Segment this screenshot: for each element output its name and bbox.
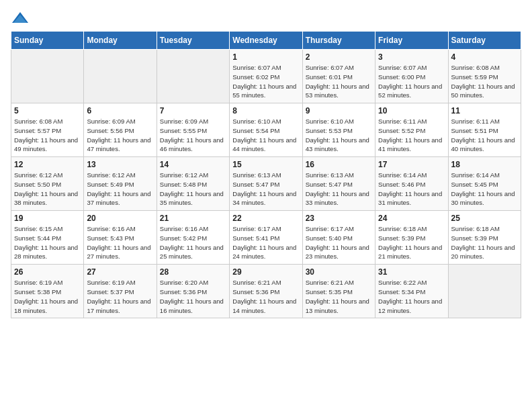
day-number: 22 (232, 214, 299, 223)
calendar-cell: 8Sunrise: 6:10 AMSunset: 5:54 PMDaylight… (230, 103, 302, 157)
calendar-cell: 11Sunrise: 6:11 AMSunset: 5:51 PMDayligh… (448, 103, 521, 157)
day-info: Sunrise: 6:21 AMSunset: 5:36 PMDaylight:… (232, 278, 299, 315)
day-number: 4 (451, 52, 518, 62)
day-info: Sunrise: 6:07 AMSunset: 6:02 PMDaylight:… (232, 63, 299, 100)
day-number: 5 (14, 106, 81, 116)
day-number: 26 (14, 267, 81, 277)
calendar-cell: 14Sunrise: 6:12 AMSunset: 5:48 PMDayligh… (157, 157, 229, 211)
calendar-cell: 16Sunrise: 6:13 AMSunset: 5:47 PMDayligh… (302, 157, 375, 211)
day-number: 27 (87, 267, 153, 277)
day-number: 6 (87, 106, 153, 116)
day-info: Sunrise: 6:15 AMSunset: 5:44 PMDaylight:… (14, 224, 81, 261)
day-number: 25 (451, 214, 518, 223)
day-info: Sunrise: 6:10 AMSunset: 5:53 PMDaylight:… (306, 117, 372, 154)
weekday-header-row: SundayMondayTuesdayWednesdayThursdayFrid… (11, 32, 521, 50)
calendar-cell: 25Sunrise: 6:18 AMSunset: 5:39 PMDayligh… (448, 211, 521, 265)
day-info: Sunrise: 6:08 AMSunset: 5:59 PMDaylight:… (451, 63, 518, 100)
day-number: 2 (306, 52, 372, 62)
day-number: 3 (378, 52, 445, 62)
day-info: Sunrise: 6:13 AMSunset: 5:47 PMDaylight:… (232, 171, 299, 208)
day-info: Sunrise: 6:16 AMSunset: 5:42 PMDaylight:… (160, 224, 226, 261)
calendar-cell: 27Sunrise: 6:19 AMSunset: 5:37 PMDayligh… (84, 265, 157, 318)
day-number: 15 (232, 160, 299, 169)
day-number: 30 (306, 267, 372, 277)
calendar-cell: 19Sunrise: 6:15 AMSunset: 5:44 PMDayligh… (11, 211, 84, 265)
calendar-cell: 1Sunrise: 6:07 AMSunset: 6:02 PMDaylight… (230, 50, 302, 103)
day-number: 17 (378, 160, 445, 169)
day-info: Sunrise: 6:09 AMSunset: 5:55 PMDaylight:… (160, 117, 226, 154)
calendar-cell: 17Sunrise: 6:14 AMSunset: 5:46 PMDayligh… (375, 157, 448, 211)
day-number: 14 (160, 160, 226, 169)
calendar-cell: 24Sunrise: 6:18 AMSunset: 5:39 PMDayligh… (375, 211, 448, 265)
calendar-cell: 13Sunrise: 6:12 AMSunset: 5:49 PMDayligh… (84, 157, 157, 211)
day-info: Sunrise: 6:11 AMSunset: 5:51 PMDaylight:… (451, 117, 518, 154)
day-number: 7 (160, 106, 226, 116)
day-number: 18 (451, 160, 518, 169)
calendar-table: SundayMondayTuesdayWednesdayThursdayFrid… (11, 31, 521, 318)
calendar-week-row: 19Sunrise: 6:15 AMSunset: 5:44 PMDayligh… (11, 211, 521, 265)
logo (11, 11, 32, 26)
calendar-cell: 29Sunrise: 6:21 AMSunset: 5:36 PMDayligh… (230, 265, 302, 318)
calendar-week-row: 1Sunrise: 6:07 AMSunset: 6:02 PMDaylight… (11, 50, 521, 103)
day-info: Sunrise: 6:18 AMSunset: 5:39 PMDaylight:… (451, 224, 518, 261)
page-header (11, 11, 521, 26)
day-number: 16 (306, 160, 372, 169)
day-number: 19 (14, 214, 81, 223)
calendar-cell: 12Sunrise: 6:12 AMSunset: 5:50 PMDayligh… (11, 157, 84, 211)
calendar-cell: 9Sunrise: 6:10 AMSunset: 5:53 PMDaylight… (302, 103, 375, 157)
calendar-cell: 5Sunrise: 6:08 AMSunset: 5:57 PMDaylight… (11, 103, 84, 157)
weekday-header: Saturday (448, 32, 521, 50)
day-info: Sunrise: 6:17 AMSunset: 5:40 PMDaylight:… (306, 224, 372, 261)
calendar-week-row: 12Sunrise: 6:12 AMSunset: 5:50 PMDayligh… (11, 157, 521, 211)
day-info: Sunrise: 6:09 AMSunset: 5:56 PMDaylight:… (87, 117, 153, 154)
calendar-cell (448, 265, 521, 318)
day-info: Sunrise: 6:13 AMSunset: 5:47 PMDaylight:… (306, 171, 372, 208)
logo-icon (11, 11, 30, 26)
weekday-header: Monday (84, 32, 157, 50)
day-info: Sunrise: 6:12 AMSunset: 5:49 PMDaylight:… (87, 171, 153, 208)
calendar-cell: 28Sunrise: 6:20 AMSunset: 5:36 PMDayligh… (157, 265, 229, 318)
day-info: Sunrise: 6:14 AMSunset: 5:45 PMDaylight:… (451, 171, 518, 208)
day-number: 8 (232, 106, 299, 116)
day-number: 11 (451, 106, 518, 116)
day-number: 31 (378, 267, 445, 277)
calendar-cell (84, 50, 157, 103)
day-number: 10 (378, 106, 445, 116)
calendar-cell: 31Sunrise: 6:22 AMSunset: 5:34 PMDayligh… (375, 265, 448, 318)
day-info: Sunrise: 6:12 AMSunset: 5:50 PMDaylight:… (14, 171, 81, 208)
day-info: Sunrise: 6:07 AMSunset: 6:01 PMDaylight:… (306, 63, 372, 100)
calendar-cell: 30Sunrise: 6:21 AMSunset: 5:35 PMDayligh… (302, 265, 375, 318)
day-info: Sunrise: 6:22 AMSunset: 5:34 PMDaylight:… (378, 278, 445, 315)
calendar-cell: 7Sunrise: 6:09 AMSunset: 5:55 PMDaylight… (157, 103, 229, 157)
day-info: Sunrise: 6:17 AMSunset: 5:41 PMDaylight:… (232, 224, 299, 261)
calendar-cell: 20Sunrise: 6:16 AMSunset: 5:43 PMDayligh… (84, 211, 157, 265)
calendar-cell (11, 50, 84, 103)
day-info: Sunrise: 6:18 AMSunset: 5:39 PMDaylight:… (378, 224, 445, 261)
day-info: Sunrise: 6:20 AMSunset: 5:36 PMDaylight:… (160, 278, 226, 315)
day-number: 13 (87, 160, 153, 169)
calendar-cell: 21Sunrise: 6:16 AMSunset: 5:42 PMDayligh… (157, 211, 229, 265)
calendar-cell: 6Sunrise: 6:09 AMSunset: 5:56 PMDaylight… (84, 103, 157, 157)
day-info: Sunrise: 6:11 AMSunset: 5:52 PMDaylight:… (378, 117, 445, 154)
day-number: 28 (160, 267, 226, 277)
day-number: 21 (160, 214, 226, 223)
weekday-header: Sunday (11, 32, 84, 50)
day-info: Sunrise: 6:21 AMSunset: 5:35 PMDaylight:… (306, 278, 372, 315)
day-info: Sunrise: 6:19 AMSunset: 5:38 PMDaylight:… (14, 278, 81, 315)
calendar-cell: 26Sunrise: 6:19 AMSunset: 5:38 PMDayligh… (11, 265, 84, 318)
weekday-header: Friday (375, 32, 448, 50)
day-number: 24 (378, 214, 445, 223)
calendar-cell (157, 50, 229, 103)
weekday-header: Wednesday (230, 32, 302, 50)
day-info: Sunrise: 6:19 AMSunset: 5:37 PMDaylight:… (87, 278, 153, 315)
day-info: Sunrise: 6:16 AMSunset: 5:43 PMDaylight:… (87, 224, 153, 261)
calendar-cell: 10Sunrise: 6:11 AMSunset: 5:52 PMDayligh… (375, 103, 448, 157)
calendar-cell: 15Sunrise: 6:13 AMSunset: 5:47 PMDayligh… (230, 157, 302, 211)
calendar-cell: 4Sunrise: 6:08 AMSunset: 5:59 PMDaylight… (448, 50, 521, 103)
calendar-cell: 3Sunrise: 6:07 AMSunset: 6:00 PMDaylight… (375, 50, 448, 103)
day-number: 23 (306, 214, 372, 223)
day-info: Sunrise: 6:14 AMSunset: 5:46 PMDaylight:… (378, 171, 445, 208)
day-info: Sunrise: 6:12 AMSunset: 5:48 PMDaylight:… (160, 171, 226, 208)
day-number: 9 (306, 106, 372, 116)
calendar-cell: 2Sunrise: 6:07 AMSunset: 6:01 PMDaylight… (302, 50, 375, 103)
